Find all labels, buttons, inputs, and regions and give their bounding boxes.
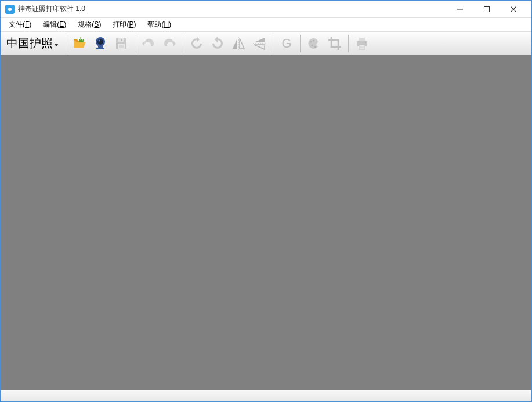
rotate-right-button[interactable] xyxy=(208,34,227,53)
separator xyxy=(66,35,66,52)
palette-icon xyxy=(306,36,321,51)
palette-button[interactable] xyxy=(304,34,324,53)
crop-button[interactable] xyxy=(325,34,345,53)
titlebar: 神奇证照打印软件 1.0 xyxy=(1,1,531,18)
statusbar xyxy=(1,390,531,401)
photo-type-label: 中国护照 xyxy=(6,35,53,51)
svg-rect-11 xyxy=(121,39,122,41)
svg-rect-1 xyxy=(484,6,490,12)
svg-point-5 xyxy=(97,39,103,45)
separator xyxy=(273,35,273,52)
camera-button[interactable] xyxy=(91,34,110,53)
rotate-right-icon xyxy=(210,36,225,51)
separator xyxy=(183,35,183,52)
maximize-button[interactable] xyxy=(473,1,500,18)
menu-print[interactable]: 打印(P) xyxy=(107,18,142,31)
svg-rect-7 xyxy=(98,46,103,48)
redo-button[interactable] xyxy=(160,34,179,53)
menu-help[interactable]: 帮助(H) xyxy=(142,18,177,31)
guide-button[interactable]: G xyxy=(277,34,296,53)
svg-rect-8 xyxy=(96,48,104,49)
rotate-left-icon xyxy=(189,36,204,51)
flip-vertical-icon xyxy=(252,36,267,51)
chevron-down-icon xyxy=(54,44,59,46)
toolbar: 中国护照 xyxy=(1,32,531,55)
crop-icon xyxy=(327,36,342,51)
canvas-area xyxy=(1,55,531,390)
svg-point-20 xyxy=(313,39,315,41)
maximize-icon xyxy=(484,6,490,12)
menu-edit[interactable]: 编辑(E) xyxy=(37,18,72,31)
printer-icon xyxy=(354,36,370,51)
menu-spec[interactable]: 规格(S) xyxy=(72,18,107,31)
flip-vertical-button[interactable] xyxy=(249,34,269,53)
photo-type-dropdown[interactable]: 中国护照 xyxy=(3,34,62,53)
svg-point-18 xyxy=(310,41,312,42)
separator xyxy=(135,35,135,52)
flip-horizontal-button[interactable] xyxy=(229,34,248,53)
minimize-button[interactable] xyxy=(447,1,473,18)
svg-rect-12 xyxy=(118,44,125,49)
app-icon xyxy=(5,5,15,14)
menu-file[interactable]: 文件(F) xyxy=(3,18,37,31)
svg-rect-22 xyxy=(359,38,365,41)
flip-horizontal-icon xyxy=(231,36,246,51)
close-button[interactable] xyxy=(500,1,527,18)
svg-point-21 xyxy=(314,46,316,48)
separator xyxy=(348,35,349,52)
svg-point-27 xyxy=(365,42,366,43)
svg-point-6 xyxy=(99,39,100,41)
window-controls xyxy=(447,1,527,18)
open-file-button[interactable] xyxy=(70,34,89,53)
print-button[interactable] xyxy=(352,34,372,53)
undo-icon xyxy=(141,36,156,51)
svg-rect-24 xyxy=(359,45,365,49)
separator xyxy=(300,35,301,52)
floppy-disk-icon xyxy=(114,36,129,51)
webcam-icon xyxy=(93,36,108,51)
letter-g-icon: G xyxy=(279,36,294,51)
menubar: 文件(F) 编辑(E) 规格(S) 打印(P) 帮助(H) xyxy=(1,18,531,32)
folder-open-icon xyxy=(72,36,87,51)
app-title: 神奇证照打印软件 1.0 xyxy=(18,4,85,14)
svg-text:G: G xyxy=(281,36,291,50)
close-icon xyxy=(511,6,516,12)
svg-point-19 xyxy=(312,44,313,46)
svg-rect-10 xyxy=(118,38,124,42)
rotate-left-button[interactable] xyxy=(187,34,207,53)
redo-icon xyxy=(162,36,177,51)
minimize-icon xyxy=(457,6,463,12)
save-button[interactable] xyxy=(111,34,131,53)
undo-button[interactable] xyxy=(139,34,158,53)
